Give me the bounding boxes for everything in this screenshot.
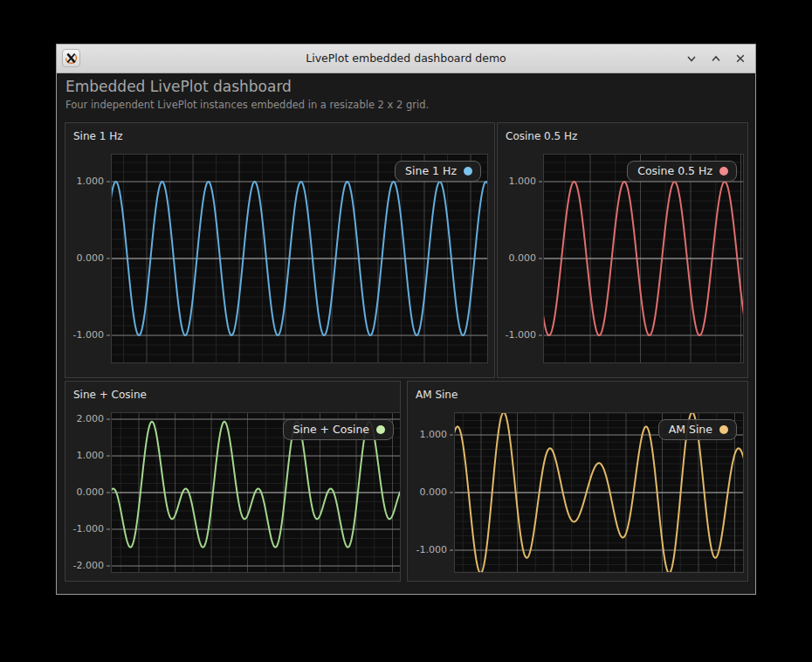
legend-cosine-05hz[interactable]: Cosine 0.5 Hz <box>627 161 737 182</box>
legend-label: Sine + Cosine <box>293 423 369 436</box>
plot-canvas-am-sine[interactable]: AM Sine <box>454 412 744 573</box>
y-tick-label: 1.000 <box>62 450 104 461</box>
panel-cosine-05hz: Cosine 0.5 Hz Cosine 0.5 Hz 1.0000.000-1… <box>497 122 748 378</box>
y-tick-label: -2.000 <box>62 560 104 571</box>
plot-canvas-cosine-05hz[interactable]: Cosine 0.5 Hz <box>543 154 744 363</box>
panel-title: Sine 1 Hz <box>73 130 123 142</box>
y-tick-label: -1.000 <box>405 544 447 555</box>
y-tick-label: -1.000 <box>62 329 104 341</box>
chevron-down-icon <box>685 52 698 65</box>
plot-canvas-sine-1hz[interactable]: Sine 1 Hz <box>111 154 488 363</box>
legend-dot <box>719 167 728 176</box>
legend-am-sine[interactable]: AM Sine <box>658 419 737 440</box>
y-tick-label: 1.000 <box>62 176 104 187</box>
page-subtitle: Four independent LivePlot instances embe… <box>65 99 429 111</box>
maximize-button[interactable] <box>708 51 724 66</box>
legend-sine-1hz[interactable]: Sine 1 Hz <box>395 161 481 182</box>
panel-am-sine: AM Sine AM Sine 1.0000.000-1.000 <box>407 381 748 582</box>
legend-label: AM Sine <box>669 423 712 436</box>
chevron-up-icon <box>710 52 722 65</box>
y-tick-label: 1.000 <box>405 429 447 440</box>
plot-svg <box>543 154 744 363</box>
titlebar[interactable]: LivePlot embedded dashboard demo <box>57 45 755 73</box>
y-tick-label: -1.000 <box>62 523 104 534</box>
y-tick-label: 0.000 <box>405 486 447 498</box>
y-tick-label: 0.000 <box>494 252 536 264</box>
panel-sine-1hz: Sine 1 Hz Sine 1 Hz 1.0000.000-1.000 <box>65 122 495 378</box>
legend-dot <box>464 167 472 176</box>
app-window: LivePlot embedded dashboard demo Embedde… <box>56 44 756 595</box>
plot-canvas-sine-plus-cosine[interactable]: Sine + Cosine <box>111 412 401 573</box>
y-tick-label: 2.000 <box>62 413 104 424</box>
minimize-button[interactable] <box>684 51 699 66</box>
legend-label: Cosine 0.5 Hz <box>637 164 712 177</box>
window-title: LivePlot embedded dashboard demo <box>57 45 755 72</box>
close-button[interactable] <box>733 51 748 66</box>
legend-sine-plus-cosine[interactable]: Sine + Cosine <box>283 419 394 440</box>
legend-dot <box>719 425 728 434</box>
y-tick-label: 0.000 <box>62 252 104 264</box>
legend-dot <box>376 425 385 434</box>
panel-title: AM Sine <box>416 389 458 401</box>
y-tick-label: -1.000 <box>494 329 536 341</box>
y-tick-label: 1.000 <box>494 176 536 187</box>
page-title: Embedded LivePlot dashboard <box>65 78 292 95</box>
y-tick-label: 0.000 <box>62 486 104 498</box>
window-controls <box>684 45 748 72</box>
panel-sine-plus-cosine: Sine + Cosine Sine + Cosine 2.0001.0000.… <box>65 381 401 582</box>
close-x-icon <box>734 52 747 65</box>
panel-title: Sine + Cosine <box>73 389 147 401</box>
plot-svg <box>111 154 488 363</box>
panel-title: Cosine 0.5 Hz <box>506 130 577 142</box>
legend-label: Sine 1 Hz <box>405 164 457 177</box>
